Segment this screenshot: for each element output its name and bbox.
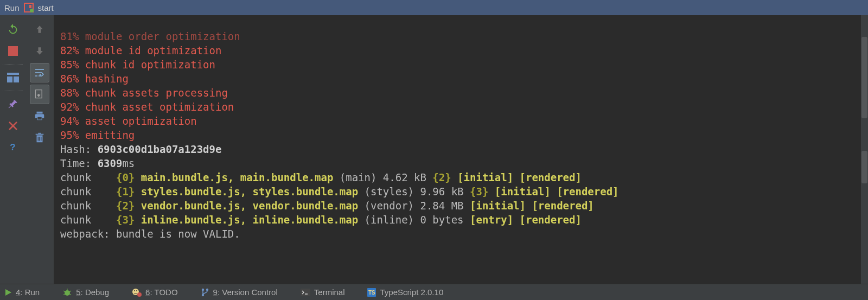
- svg-rect-2: [7, 76, 12, 82]
- typescript-icon: TS: [367, 288, 376, 297]
- svg-text:?: ?: [10, 142, 15, 152]
- svg-rect-3: [14, 76, 19, 82]
- close-button[interactable]: [3, 116, 23, 136]
- svg-text:TS: TS: [368, 290, 375, 296]
- scrollbar-thumb[interactable]: [861, 37, 867, 118]
- todo-icon: [132, 288, 142, 297]
- run-toolbar-secondary: [25, 15, 54, 284]
- console-line: 95% emitting: [60, 129, 135, 141]
- console-line: chunk {2} vendor.bundle.js, vendor.bundl…: [60, 200, 594, 212]
- console-line: Time: 6309ms: [60, 157, 135, 169]
- pin-button[interactable]: [3, 94, 23, 114]
- scroll-to-end-button[interactable]: [30, 85, 49, 104]
- separator: [3, 64, 23, 65]
- console-line: webpack: bundle is now VALID.: [60, 228, 240, 240]
- svg-rect-14: [301, 289, 310, 296]
- svg-point-12: [206, 288, 208, 290]
- layout-button[interactable]: [3, 68, 23, 87]
- soft-wrap-button[interactable]: [30, 63, 49, 82]
- run-panel-body: ? 81% module order optimization 82% modu…: [0, 15, 868, 284]
- run-panel-header: Run start: [0, 0, 868, 15]
- console-line: chunk {3} inline.bundle.js, inline.bundl…: [60, 214, 582, 226]
- run-toolbar-primary: ?: [0, 15, 25, 284]
- clear-all-button[interactable]: [30, 128, 49, 148]
- terminal-tool-tab[interactable]: Terminal: [301, 288, 345, 297]
- console-line: 85% chunk id optimization: [60, 59, 215, 71]
- bottom-tool-bar: 4: Run 5: Debug 6: TODO 9: Version Contr…: [0, 284, 868, 300]
- scrollbar-thumb[interactable]: [861, 151, 867, 183]
- debug-tool-tab[interactable]: 5: Debug: [62, 288, 109, 297]
- separator: [3, 91, 23, 91]
- svg-point-9: [136, 290, 137, 291]
- svg-point-10: [137, 292, 142, 297]
- console-line: 88% chunk assets processing: [60, 87, 228, 99]
- console-output[interactable]: 81% module order optimization 82% module…: [54, 15, 868, 284]
- print-button[interactable]: [30, 106, 49, 126]
- svg-rect-1: [7, 73, 19, 75]
- console-line: Hash: 6903c00d1ba07a123d9e: [60, 143, 221, 155]
- npm-run-icon: [24, 3, 34, 12]
- up-button[interactable]: [30, 20, 49, 39]
- console-line: 82% module id optimization: [60, 44, 221, 56]
- run-tool-tab[interactable]: 4: Run: [4, 288, 40, 297]
- console-line: 94% asset optimization: [60, 115, 197, 127]
- run-panel-title: Run: [4, 3, 20, 12]
- console-line: 81% module order optimization: [60, 30, 240, 42]
- stop-button[interactable]: [3, 41, 23, 61]
- console-scrollbar[interactable]: [861, 15, 868, 284]
- rerun-button[interactable]: [3, 20, 23, 39]
- todo-tool-tab[interactable]: 6: TODO: [132, 288, 177, 297]
- terminal-icon: [301, 289, 310, 296]
- svg-point-6: [65, 290, 70, 296]
- typescript-tool-tab[interactable]: TS TypeScript 2.0.10: [367, 288, 443, 297]
- play-icon: [4, 289, 12, 296]
- run-config-name: start: [38, 3, 54, 12]
- vcs-tool-tab[interactable]: 9: Version Control: [201, 288, 278, 297]
- console-line: chunk {0} main.bundle.js, main.bundle.ma…: [60, 171, 582, 183]
- down-button[interactable]: [30, 41, 49, 61]
- console-line: chunk {1} styles.bundle.js, styles.bundl…: [60, 186, 619, 197]
- help-button[interactable]: ?: [3, 138, 23, 157]
- branch-icon: [201, 288, 209, 297]
- console-line: 92% chunk asset optimization: [60, 101, 234, 113]
- bug-icon: [62, 288, 72, 297]
- svg-rect-0: [8, 46, 18, 56]
- svg-point-8: [134, 290, 135, 291]
- svg-point-11: [201, 288, 203, 290]
- console-line: 86% hashing: [60, 73, 129, 85]
